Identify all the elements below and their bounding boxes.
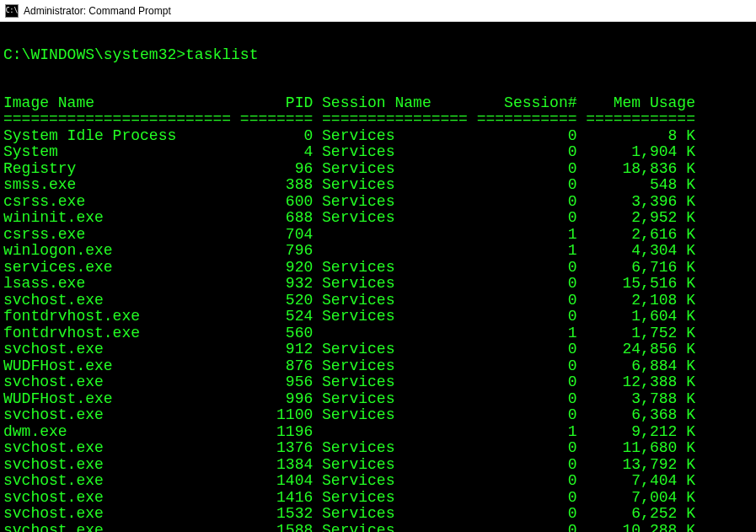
prompt-line: C:\WINDOWS\system32>tasklist — [3, 47, 753, 64]
window-titlebar: C:\ Administrator: Command Prompt — [0, 0, 756, 22]
command-text: tasklist — [185, 46, 258, 63]
terminal-output[interactable]: C:\WINDOWS\system32>tasklist Image Name … — [0, 22, 756, 532]
tasklist-table: Image Name PID Session Name Session# Mem… — [3, 95, 753, 533]
window-title: Administrator: Command Prompt — [24, 5, 171, 17]
prompt-path: C:\WINDOWS\system32> — [3, 46, 185, 63]
cmd-icon: C:\ — [5, 4, 19, 18]
